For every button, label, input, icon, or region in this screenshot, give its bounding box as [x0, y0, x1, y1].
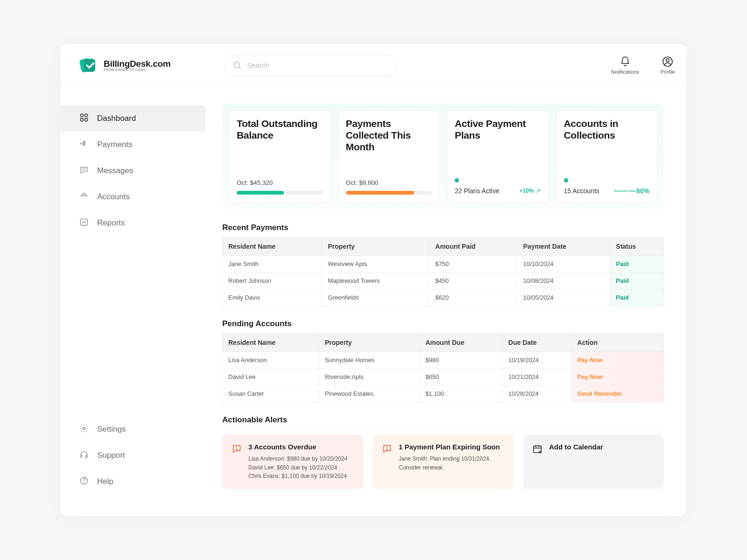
table-header: Amount Due	[420, 334, 503, 352]
sidebar-item-accounts[interactable]: Accounts	[61, 184, 205, 210]
search-wrap	[224, 55, 397, 76]
svg-rect-8	[81, 118, 84, 121]
status-badge: Paid	[616, 260, 628, 267]
arrow-up-icon	[536, 189, 541, 194]
brand-tagline: FROM CHAOS TO CASH	[104, 68, 170, 71]
stat-strip: Total Outstanding Balance Oct: $45,320 P…	[222, 104, 664, 210]
stat-collections: Accounts in Collections 15 Accounts Reso…	[556, 110, 658, 203]
svg-rect-9	[85, 118, 88, 121]
search-input[interactable]	[224, 55, 397, 76]
status-badge: Paid	[616, 294, 628, 301]
svg-point-16	[84, 482, 84, 483]
stat-plans: Active Payment Plans 22 Plans Active +10…	[447, 110, 549, 203]
sidebar-item-support[interactable]: Support	[61, 442, 205, 469]
table-row[interactable]: Susan CarterPinewood Estates$1,10010/28/…	[223, 385, 664, 402]
progress-bar	[237, 191, 323, 195]
gear-icon	[79, 424, 89, 435]
stat-outstanding-value: Oct: $45,320	[237, 179, 323, 186]
stat-plans-value: 22 Plans Active	[455, 187, 500, 195]
stat-collections-pct: 60%	[636, 187, 649, 195]
dollar-arrow-icon	[79, 139, 89, 151]
stat-collected: Payments Collected This Month Oct: $9,80…	[338, 110, 440, 203]
calendar-icon	[532, 444, 543, 454]
svg-rect-1	[84, 59, 95, 72]
action-link[interactable]: Pay Now	[578, 357, 603, 364]
status-badge: Paid	[616, 277, 628, 284]
action-link[interactable]: Send Reminder	[578, 390, 622, 397]
table-header: Resident Name	[223, 238, 322, 256]
table-header: Due Date	[502, 334, 571, 352]
brand: BillingDesk.com FROM CHAOS TO CASH	[79, 57, 224, 74]
brand-logo	[79, 57, 99, 74]
table-row[interactable]: Robert JohnsonMaplewood Towers$45010/08/…	[223, 273, 664, 289]
svg-rect-7	[85, 114, 88, 117]
content: Total Outstanding Balance Oct: $45,320 P…	[205, 87, 686, 516]
sidebar-item-label: Dashboard	[97, 114, 136, 123]
action-link[interactable]: Pay Now	[578, 373, 603, 380]
svg-rect-6	[81, 114, 84, 117]
svg-point-5	[666, 58, 669, 61]
sidebar-item-dashboard[interactable]: Dashboard	[61, 105, 205, 132]
sidebar-item-label: Settings	[97, 425, 126, 434]
profile-icon	[662, 56, 673, 67]
nav-footer: SettingsSupportHelp	[61, 416, 205, 495]
svg-rect-14	[86, 455, 87, 457]
table-row[interactable]: Jane SmithWestview Apts$75010/10/2024Pai…	[223, 256, 664, 273]
stat-plans-delta: +10%	[519, 188, 540, 194]
nav-main: DashboardPaymentsMessagesAccountsReports	[61, 105, 205, 236]
sidebar-item-label: Messages	[97, 166, 133, 175]
message-icon	[79, 165, 89, 177]
sidebar: DashboardPaymentsMessagesAccountsReports…	[61, 87, 205, 516]
status-dot	[455, 178, 459, 182]
alert-expiring[interactable]: 1 Payment Plan Expiring Soon Jane Smith:…	[373, 434, 514, 489]
svg-point-18	[236, 449, 237, 450]
svg-point-2	[234, 62, 240, 68]
stat-outstanding: Total Outstanding Balance Oct: $45,320	[229, 110, 331, 203]
alert-calendar[interactable]: Add to Calendar	[523, 434, 664, 489]
svg-line-3	[239, 67, 241, 69]
table-row[interactable]: David LeeRiverside Apts$65010/21/2024Pay…	[223, 369, 664, 385]
table-header: Payment Date	[517, 238, 610, 256]
status-dot	[564, 178, 568, 182]
alerts-title: Actionable Alerts	[222, 415, 664, 425]
brand-name: BillingDesk.com	[104, 59, 170, 68]
sidebar-item-label: Help	[97, 477, 113, 486]
table-header: Amount Paid	[430, 238, 517, 256]
sidebar-item-label: Support	[97, 451, 125, 460]
recent-title: Recent Payments	[222, 223, 664, 232]
pending-table: Resident NamePropertyAmount DueDue DateA…	[222, 333, 664, 402]
table-row[interactable]: Emily DavisGreenfields$62010/05/2024Paid	[223, 289, 664, 306]
sidebar-item-label: Reports	[97, 218, 125, 228]
bell-icon	[620, 56, 631, 67]
sidebar-item-payments[interactable]: Payments	[61, 132, 205, 158]
svg-rect-13	[81, 455, 82, 457]
svg-point-12	[83, 427, 85, 429]
sidebar-item-reports[interactable]: Reports	[61, 210, 205, 236]
table-header: Resident Name	[223, 334, 319, 352]
search-icon	[233, 61, 242, 72]
grid-icon	[79, 113, 89, 125]
sidebar-item-messages[interactable]: Messages	[61, 158, 205, 184]
table-header: Property	[319, 334, 419, 352]
chart-icon	[79, 217, 89, 229]
sidebar-item-settings[interactable]: Settings	[61, 416, 205, 442]
roof-icon	[79, 191, 89, 203]
sidebar-item-help[interactable]: Help	[61, 469, 205, 495]
table-header: Action	[571, 334, 663, 352]
question-icon	[79, 476, 89, 488]
notifications-button[interactable]: Notifications	[611, 56, 639, 75]
table-header: Property	[322, 238, 430, 256]
alert-overdue[interactable]: 3 Accounts Overdue Lisa Anderson: $980 d…	[222, 434, 363, 489]
alerts-row: 3 Accounts Overdue Lisa Anderson: $980 d…	[222, 434, 664, 489]
svg-point-20	[387, 449, 387, 450]
progress-bar	[346, 191, 432, 195]
app-shell: BillingDesk.com FROM CHAOS TO CASH Notif…	[61, 44, 686, 516]
profile-button[interactable]: Profile	[661, 56, 675, 75]
topbar: BillingDesk.com FROM CHAOS TO CASH Notif…	[61, 44, 686, 87]
stat-collected-value: Oct: $9,800	[346, 179, 432, 186]
alert-icon	[232, 444, 242, 454]
sidebar-item-label: Accounts	[97, 192, 130, 202]
stat-collections-value: 15 Accounts	[564, 187, 599, 195]
recent-table: Resident NamePropertyAmount PaidPayment …	[222, 237, 664, 306]
table-row[interactable]: Lisa AndersonSunnydale Homes$98010/19/20…	[223, 352, 664, 369]
